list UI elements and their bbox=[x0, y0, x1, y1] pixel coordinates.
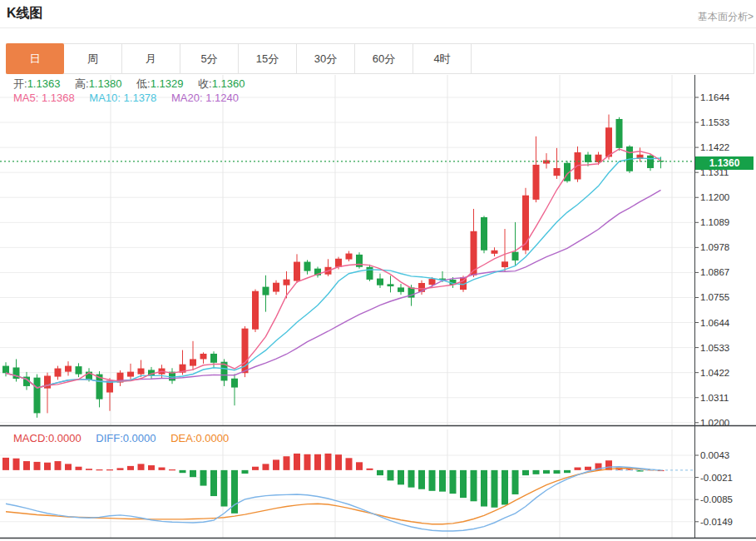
open-label: 开: bbox=[13, 77, 27, 90]
ohlc-readout: 开:1.1363 高:1.1380 低:1.1329 收:1.1360 bbox=[13, 77, 245, 92]
high-value: 1.1380 bbox=[89, 77, 122, 90]
macd-label: MACD: bbox=[13, 432, 48, 444]
candle bbox=[200, 354, 207, 359]
candle bbox=[2, 366, 9, 374]
chart-area: 1.16441.15331.14221.13111.12001.10891.09… bbox=[0, 75, 756, 541]
candle bbox=[616, 119, 623, 148]
dea-line bbox=[6, 469, 661, 524]
svg-text:1.0867: 1.0867 bbox=[700, 267, 729, 277]
current-price-tag: 1.1360 bbox=[695, 156, 754, 170]
ma10-label: MA10: bbox=[89, 92, 121, 104]
svg-text:-0.0149: -0.0149 bbox=[700, 517, 733, 527]
svg-text:1.1644: 1.1644 bbox=[700, 92, 730, 102]
high-label: 高: bbox=[75, 77, 89, 90]
svg-text:1.1422: 1.1422 bbox=[700, 142, 729, 152]
svg-text:-0.0021: -0.0021 bbox=[700, 473, 733, 483]
tab-15min[interactable]: 15分 bbox=[239, 44, 297, 73]
svg-text:1.0755: 1.0755 bbox=[700, 292, 729, 302]
candle bbox=[273, 283, 279, 292]
kline-chart-canvas[interactable]: 1.16441.15331.14221.13111.12001.10891.09… bbox=[0, 75, 756, 541]
ma20-line bbox=[6, 190, 661, 388]
candle bbox=[481, 217, 487, 251]
svg-text:1.1533: 1.1533 bbox=[700, 117, 729, 127]
candle bbox=[398, 287, 404, 291]
candle bbox=[294, 262, 300, 281]
candle bbox=[554, 168, 561, 176]
candle bbox=[377, 279, 383, 285]
candle bbox=[492, 251, 498, 254]
candle bbox=[605, 127, 612, 156]
dea-value: 0.0000 bbox=[196, 432, 230, 444]
timeframe-tabs: 日 周 月 5分 15分 30分 60分 4时 bbox=[6, 43, 754, 74]
candle bbox=[138, 369, 145, 375]
ma5-value: 1.1368 bbox=[42, 92, 75, 104]
svg-text:1.1200: 1.1200 bbox=[700, 192, 729, 202]
svg-text:0.0043: 0.0043 bbox=[700, 450, 729, 460]
candle bbox=[76, 366, 82, 374]
ma-readout: MA5: 1.1368 MA10: 1.1378 MA20: 1.1240 bbox=[13, 92, 239, 104]
tab-day[interactable]: 日 bbox=[6, 43, 64, 74]
tab-5min[interactable]: 5分 bbox=[180, 44, 239, 73]
diff-value: 0.0000 bbox=[123, 432, 156, 444]
svg-text:1.1089: 1.1089 bbox=[700, 217, 729, 227]
tab-month[interactable]: 月 bbox=[122, 44, 180, 73]
candle bbox=[284, 280, 290, 285]
open-value: 1.1363 bbox=[27, 77, 61, 90]
candle bbox=[335, 259, 342, 267]
ma5-label: MA5: bbox=[13, 92, 38, 104]
candle bbox=[55, 369, 62, 377]
candle bbox=[356, 255, 363, 267]
candle bbox=[263, 287, 269, 295]
candle bbox=[346, 254, 353, 260]
low-value: 1.1329 bbox=[151, 77, 184, 90]
close-value: 1.1360 bbox=[212, 77, 245, 90]
svg-text:1.0978: 1.0978 bbox=[700, 242, 729, 252]
tab-week[interactable]: 周 bbox=[64, 44, 122, 73]
candle bbox=[512, 252, 519, 261]
svg-text:1.0422: 1.0422 bbox=[700, 368, 729, 378]
svg-text:-0.0085: -0.0085 bbox=[700, 494, 733, 504]
candle bbox=[502, 261, 508, 267]
candle bbox=[190, 359, 196, 365]
macd-readout: MACD:0.0000 DIFF:0.0000 DEA:0.0000 bbox=[13, 432, 229, 444]
close-label: 收: bbox=[198, 77, 212, 90]
candle bbox=[543, 161, 550, 164]
svg-text:1.0533: 1.0533 bbox=[700, 343, 729, 353]
svg-text:1.0200: 1.0200 bbox=[700, 418, 729, 428]
candle bbox=[127, 372, 134, 377]
candle bbox=[210, 354, 217, 363]
candle bbox=[65, 366, 72, 372]
page-title: K线图 bbox=[7, 5, 43, 22]
tab-30min[interactable]: 30分 bbox=[297, 44, 355, 73]
header-divider bbox=[0, 27, 756, 28]
tabstrip-filler bbox=[472, 44, 754, 73]
diff-label: DIFF: bbox=[96, 432, 123, 444]
kline-widget: K线图 基本面分析> 日 周 月 5分 15分 30分 60分 4时 1.164… bbox=[0, 0, 756, 541]
svg-text:1.0644: 1.0644 bbox=[700, 318, 730, 328]
tab-4hour[interactable]: 4时 bbox=[413, 44, 472, 73]
candle bbox=[429, 279, 436, 285]
candle bbox=[44, 375, 51, 388]
dea-label: DEA: bbox=[170, 432, 195, 444]
candle bbox=[231, 379, 238, 388]
ma20-value: 1.1240 bbox=[205, 92, 239, 104]
candle bbox=[367, 267, 373, 280]
candle bbox=[304, 262, 311, 271]
candle bbox=[34, 378, 41, 414]
ma5-line bbox=[6, 149, 661, 388]
low-label: 低: bbox=[136, 77, 151, 90]
fundamental-analysis-link[interactable]: 基本面分析> bbox=[698, 10, 754, 24]
candle bbox=[388, 284, 394, 286]
tab-60min[interactable]: 60分 bbox=[355, 44, 413, 73]
candle bbox=[533, 165, 540, 200]
macd-histogram bbox=[2, 454, 665, 514]
ma20-label: MA20: bbox=[171, 92, 203, 104]
candle bbox=[522, 196, 529, 251]
candle bbox=[252, 291, 259, 330]
ma10-value: 1.1378 bbox=[124, 92, 157, 104]
macd-value: 0.0000 bbox=[48, 432, 82, 444]
svg-text:1.0311: 1.0311 bbox=[700, 393, 729, 403]
